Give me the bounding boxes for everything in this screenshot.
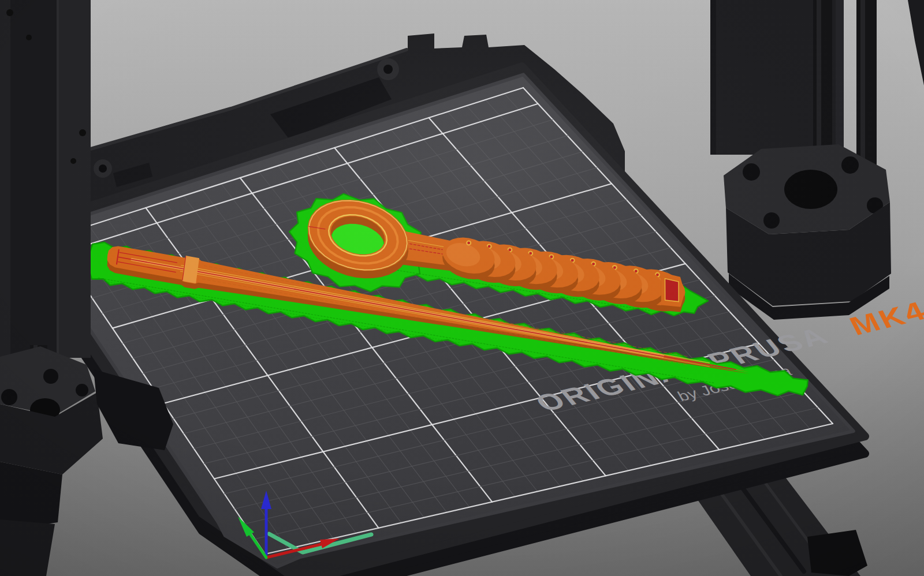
grip-rib-eye-center bbox=[656, 274, 659, 276]
right-z-column-edge bbox=[710, 0, 716, 155]
left-z-column-groove bbox=[57, 0, 59, 355]
rear-boss-hole bbox=[383, 65, 393, 74]
motor-screw-hole bbox=[76, 384, 88, 397]
right-z-motor-bore bbox=[784, 170, 837, 209]
motor-screw-hole bbox=[1, 389, 17, 405]
slicer-3d-preview: ORIGINAL PRUSA MK4S by Josef Prusa bbox=[0, 0, 924, 576]
motor-screw-hole bbox=[43, 369, 58, 384]
left-z-column-edge bbox=[0, 0, 10, 357]
motor-screw-hole bbox=[841, 156, 859, 174]
frame-screw bbox=[79, 129, 86, 136]
grip-cap-infill bbox=[665, 279, 679, 302]
right-z-column-face bbox=[836, 0, 844, 151]
gcode-preview-viewport[interactable]: ORIGINAL PRUSA MK4S by Josef Prusa bbox=[0, 0, 924, 576]
frame-screw bbox=[70, 158, 76, 164]
motor-screw-hole bbox=[743, 163, 760, 181]
frame-screw bbox=[6, 9, 13, 16]
motor-screw-hole bbox=[763, 212, 780, 229]
left-foot bbox=[0, 519, 55, 576]
rear-standoff-hole bbox=[99, 164, 107, 173]
grip-rib-eye-center bbox=[571, 259, 574, 262]
grip-rib-eye-center bbox=[467, 242, 470, 245]
left-z-column-face bbox=[58, 0, 91, 358]
frame-screw bbox=[26, 35, 32, 40]
